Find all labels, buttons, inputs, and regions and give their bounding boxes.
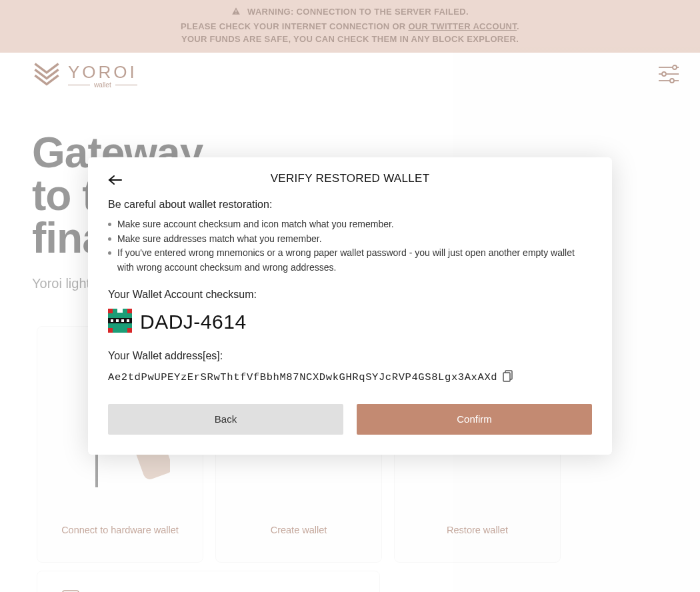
svg-rect-28 [127, 309, 132, 313]
svg-rect-32 [116, 319, 119, 322]
list-item: Make sure addresses match what you remem… [108, 232, 592, 247]
modal-overlay: VERIFY RESTORED WALLET Be careful about … [0, 0, 700, 592]
confirm-button[interactable]: Confirm [357, 404, 592, 435]
wallet-address: Ae2tdPwUPEYzErSRwThtfVfBbhM87NCXDwkGHRqS… [108, 371, 497, 383]
svg-rect-34 [127, 319, 129, 322]
svg-rect-33 [121, 319, 124, 322]
copy-icon[interactable] [503, 370, 513, 385]
address-label: Your Wallet address[es]: [108, 350, 592, 362]
back-button[interactable]: Back [108, 404, 343, 435]
list-item: Make sure account checksum and icon matc… [108, 217, 592, 232]
verify-wallet-modal: VERIFY RESTORED WALLET Be careful about … [88, 157, 612, 455]
modal-title: VERIFY RESTORED WALLET [108, 172, 592, 185]
back-arrow-icon[interactable] [108, 175, 123, 188]
svg-rect-38 [503, 373, 510, 381]
svg-rect-36 [127, 328, 132, 333]
warning-bullet-list: Make sure account checksum and icon matc… [108, 217, 592, 275]
svg-rect-35 [108, 328, 113, 333]
checksum-identicon [108, 309, 132, 335]
modal-subtitle: Be careful about wallet restoration: [108, 199, 592, 211]
checksum-value: DADJ-4614 [140, 311, 247, 333]
svg-rect-27 [108, 309, 113, 313]
svg-rect-31 [111, 319, 113, 322]
svg-rect-29 [117, 309, 123, 313]
list-item: If you've entered wrong mnemonics or a w… [108, 246, 592, 275]
checksum-label: Your Wallet Account checksum: [108, 289, 592, 301]
